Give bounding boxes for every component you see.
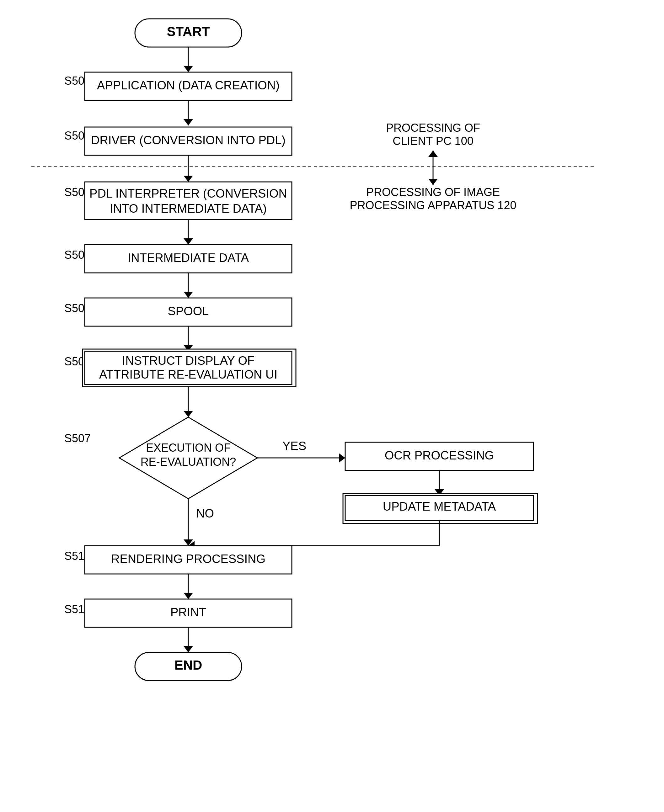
s506-label1: INSTRUCT DISPLAY OF (122, 354, 254, 367)
start-label: START (167, 24, 210, 39)
no-label: NO (196, 507, 214, 520)
diagram-container: START S501 APPLICATION (DATA CREATION) S… (0, 0, 664, 812)
svg-rect-0 (0, 0, 664, 812)
s510-label: RENDERING PROCESSING (111, 552, 265, 565)
image-proc-label2: PROCESSING APPARATUS 120 (350, 199, 516, 212)
client-pc-label: PROCESSING OF (386, 121, 480, 134)
s507-step: S507 (64, 432, 91, 445)
yes-label: YES (282, 439, 306, 453)
s509-label: UPDATE METADATA (383, 500, 496, 513)
s508-label: OCR PROCESSING (385, 449, 494, 462)
end-label: END (174, 658, 202, 672)
s502-label: DRIVER (CONVERSION INTO PDL) (91, 133, 286, 147)
s503-label1: PDL INTERPRETER (CONVERSION (90, 187, 287, 200)
image-proc-label: PROCESSING OF IMAGE (366, 186, 500, 198)
s505-label: SPOOL (168, 305, 209, 318)
s506-label2: ATTRIBUTE RE-EVALUATION UI (99, 368, 277, 381)
s511-label: PRINT (170, 606, 206, 619)
client-pc-label2: CLIENT PC 100 (392, 135, 473, 148)
s501-label: APPLICATION (DATA CREATION) (97, 79, 280, 92)
s503-label2: INTO INTERMEDIATE DATA) (110, 202, 267, 215)
s507-label1: EXECUTION OF (146, 441, 231, 454)
s507-label2: RE-EVALUATION? (141, 455, 236, 468)
s504-label: INTERMEDIATE DATA (128, 251, 249, 265)
